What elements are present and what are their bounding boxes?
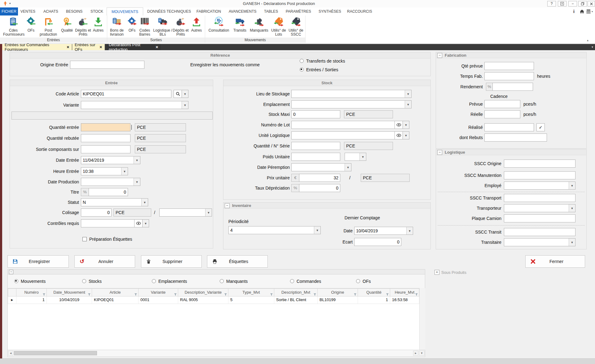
preparation-etiquettes-checkbox[interactable] xyxy=(82,237,87,241)
etiquettes-button[interactable]: Étiquettes xyxy=(207,255,268,268)
date-peremption-combo[interactable]: ▾ xyxy=(291,163,351,171)
filter-mouvements-label[interactable]: Mouvements xyxy=(21,279,46,284)
code-article-dropdown-button[interactable]: ▾ xyxy=(182,90,188,98)
filter-commandes-radio[interactable] xyxy=(290,279,294,283)
ribbon-item-utilis-sscc[interactable]: Utilis° de SSCC xyxy=(286,16,306,37)
tab-declarations-post-production[interactable]: Déclarations Post production ✕ xyxy=(106,44,161,50)
stock-maxi-input[interactable] xyxy=(291,110,340,118)
ribbon-item-ofs-entree[interactable]: OFs xyxy=(23,16,39,37)
ribbon-item-bons-livraison[interactable]: Bons de livraison xyxy=(108,16,126,37)
unite-logistique-eye-button[interactable] xyxy=(394,131,403,139)
menu-parametres[interactable]: PARAMÈTRES xyxy=(286,7,309,15)
grid-header-description-variante[interactable]: Description_Variante xyxy=(178,288,228,296)
fermer-button[interactable]: Fermer xyxy=(525,255,585,268)
chevron-down-icon[interactable]: ▾ xyxy=(314,226,320,234)
colisage-input[interactable] xyxy=(81,208,112,217)
controles-requis-eye-button[interactable] xyxy=(134,219,143,227)
date-entree-combo[interactable]: 11/04/2019▾ xyxy=(81,156,140,164)
radio-entrees-sorties-label[interactable]: Entrées / Sorties xyxy=(306,67,338,72)
dont-rebuts-input[interactable] xyxy=(484,134,547,142)
emplacement-combo[interactable]: ▾ xyxy=(291,100,412,108)
sscc-transport-input[interactable] xyxy=(504,194,575,202)
numero-lot-input[interactable] xyxy=(291,121,395,129)
grid-header-date-mouvement[interactable]: Date_Mouvement xyxy=(47,288,92,296)
chevron-down-icon[interactable]: ▾ xyxy=(569,182,575,189)
unite-logistique-input[interactable] xyxy=(291,131,395,139)
filter-mouvements-radio[interactable] xyxy=(14,279,18,283)
scroll-right-button[interactable]: ► xyxy=(413,351,418,356)
menu-avancements[interactable]: AVANCEMENTS xyxy=(229,7,256,15)
menu-mouvements[interactable]: MOUVEMENTS xyxy=(107,7,143,15)
chevron-down-icon[interactable]: ▾ xyxy=(121,168,128,175)
pin-window-button[interactable] xyxy=(558,1,566,7)
realise-validate-button[interactable]: ✓ xyxy=(536,123,545,131)
controles-requis-input[interactable] xyxy=(81,219,134,227)
ribbon-item-qualite[interactable]: Qualité xyxy=(58,16,76,37)
chevron-down-icon[interactable]: ▾ xyxy=(182,101,188,109)
titre-input[interactable] xyxy=(89,188,128,196)
poids-unitaire-unit-combo[interactable]: ▾ xyxy=(345,153,366,161)
filter-manquants-label[interactable]: Manquants xyxy=(226,279,248,284)
ribbon-item-utilis-lots[interactable]: Utilis° de Lots xyxy=(270,16,288,37)
chevron-down-icon[interactable]: ▾ xyxy=(569,239,575,246)
grid-header-numero[interactable]: Numéro xyxy=(16,288,47,296)
inventaire-collapse-button[interactable]: − xyxy=(225,203,230,208)
filter-stocks-radio[interactable] xyxy=(82,279,86,283)
ribbon-item-codes-barres[interactable]: Codes Barres xyxy=(136,16,153,37)
sortie-composants-input[interactable] xyxy=(81,145,130,153)
supprimer-button[interactable]: Supprimer xyxy=(141,255,202,268)
table-row[interactable]: ▶ 1 10/04/2019 KIPOEQ01 0001 RAL 9005 5 … xyxy=(8,296,419,304)
grid-collapse-bar[interactable]: − xyxy=(8,270,425,274)
statut-combo[interactable]: N▾ xyxy=(81,198,148,206)
temps-fab-input[interactable] xyxy=(484,72,534,80)
horizontal-scrollbar[interactable]: ◄ ► ▼ xyxy=(8,350,425,357)
cadence-reelle-input[interactable] xyxy=(484,110,520,118)
radio-entrees-sorties[interactable] xyxy=(300,68,304,72)
ribbon-item-manquants[interactable]: Manquants xyxy=(249,16,270,37)
grid-header-variante[interactable]: Variante xyxy=(139,288,178,296)
code-article-input[interactable] xyxy=(81,90,171,98)
sscc-origine-input[interactable] xyxy=(504,160,575,168)
menu-ventes[interactable]: VENTES xyxy=(20,7,35,15)
filter-ofs-label[interactable]: OFs xyxy=(363,279,371,284)
chevron-down-icon[interactable]: ▾ xyxy=(359,153,366,160)
sous-produits-expand-button[interactable]: + xyxy=(434,270,439,275)
filter-ofs-radio[interactable] xyxy=(356,279,360,283)
chevron-down-icon[interactable]: ▾ xyxy=(405,90,411,98)
menu-raccourcis[interactable]: RACCOURCIS xyxy=(347,7,371,15)
enregistrer-button[interactable]: Enregistrer xyxy=(7,255,69,268)
grid-view-icon[interactable] xyxy=(586,9,591,15)
realise-input[interactable] xyxy=(484,123,534,131)
chevron-down-icon[interactable]: ▾ xyxy=(134,156,140,164)
grid-header-article[interactable]: Article xyxy=(92,288,139,296)
filter-manquants-radio[interactable] xyxy=(220,279,224,283)
logistique-collapse-button[interactable]: − xyxy=(437,150,442,155)
chevron-down-icon[interactable]: ▾ xyxy=(205,209,212,216)
heure-entree-combo[interactable]: 10:38▾ xyxy=(81,167,128,175)
help-button[interactable]: ? xyxy=(547,1,556,7)
ribbon-item-cdes-fournisseurs[interactable]: Cdes Fournisseurs xyxy=(3,16,24,37)
home-icon[interactable] xyxy=(580,9,584,15)
ribbon-item-autres-entree[interactable]: Autres xyxy=(90,16,106,37)
cadence-prevue-input[interactable] xyxy=(484,100,520,108)
periodicite-combo[interactable]: 4▾ xyxy=(228,226,321,234)
restore-button[interactable] xyxy=(578,1,587,7)
info-icon[interactable]: i xyxy=(573,9,575,14)
radio-transferts-stocks-label[interactable]: Transferts de stocks xyxy=(306,59,345,64)
employe-combo[interactable]: ▾ xyxy=(504,182,575,190)
sscc-transit-input[interactable] xyxy=(504,228,575,236)
lieu-stockage-combo[interactable]: ▾ xyxy=(291,90,412,98)
grid-header-heure-mvt[interactable]: Heure_Mvt xyxy=(390,288,419,296)
chevron-down-icon[interactable]: ▾ xyxy=(141,199,148,206)
menu-fabrication[interactable]: FABRICATION xyxy=(196,7,220,15)
menu-stock[interactable]: STOCK xyxy=(90,7,103,15)
tab-entrees-commandes-fournisseurs[interactable]: Entrées sur Commandes Fournisseurs ✕ xyxy=(2,44,72,50)
menu-besoins[interactable]: BESOINS xyxy=(66,7,82,15)
menu-fichier[interactable]: FICHIER xyxy=(0,7,18,15)
grid-header-quantite[interactable]: Quantité xyxy=(358,288,390,296)
poids-unitaire-input[interactable] xyxy=(291,153,340,161)
tab-overflow-icon[interactable]: ▾ xyxy=(592,45,593,49)
qte-rebutee-input[interactable] xyxy=(81,134,130,142)
scroll-left-button[interactable]: ◄ xyxy=(8,351,13,356)
filter-emplacements-radio[interactable] xyxy=(152,279,156,283)
